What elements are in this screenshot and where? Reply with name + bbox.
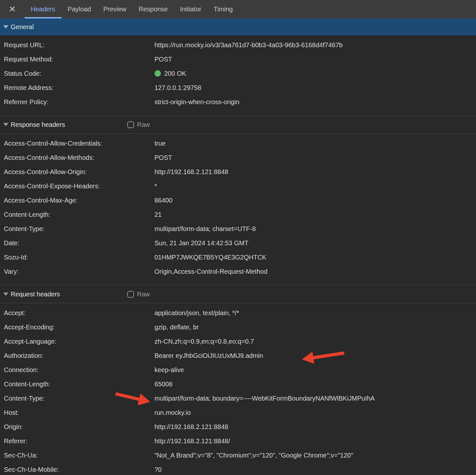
header-name: Request Method: [4, 56, 154, 63]
header-row: Request URL:https://run.mocky.io/v3/3aa7… [0, 38, 476, 52]
tab-timing[interactable]: Timing [208, 0, 239, 18]
tab-headers[interactable]: Headers [25, 0, 62, 18]
tab-preview[interactable]: Preview [97, 0, 132, 18]
header-row: Host:run.mocky.io [0, 405, 476, 420]
header-row: Access-Control-Allow-Origin:http://192.1… [0, 165, 476, 179]
header-value: https://run.mocky.io/v3/3aa761d7-b0b3-4a… [154, 41, 476, 49]
header-row: Vary:Origin,Access-Control-Request-Metho… [0, 264, 476, 279]
header-value: 21 [154, 211, 476, 218]
header-row: Referer:http://192.168.2.121:8848/ [0, 434, 476, 448]
header-row: Status Code:200 OK [0, 66, 476, 81]
raw-label: Raw [137, 121, 150, 128]
header-name: Date: [4, 239, 154, 247]
header-row: Content-Length:65008 [0, 377, 476, 391]
header-value: true [154, 140, 476, 147]
header-name: Content-Type: [4, 395, 154, 402]
devtools-tabbar: ✕ HeadersPayloadPreviewResponseInitiator… [0, 0, 476, 18]
header-value: http://192.168.2.121:8848/ [154, 437, 476, 445]
header-value: * [154, 182, 476, 190]
header-name: Referer: [4, 437, 154, 445]
request-header-rows: Accept:application/json, text/plain, */*… [0, 303, 476, 475]
header-value: 65008 [154, 381, 476, 388]
header-value: 200 OK [154, 70, 476, 77]
header-row: Sec-Ch-Ua:"Not_A Brand";v="8", "Chromium… [0, 448, 476, 462]
header-name: Referrer Policy: [4, 98, 154, 106]
raw-checkbox[interactable] [127, 291, 134, 298]
header-row: Request Method:POST [0, 52, 476, 66]
header-row: Accept-Encoding:gzip, deflate, br [0, 320, 476, 334]
section-title: Request headers [11, 291, 127, 298]
header-value: multipart/form-data; boundary=----WebKit… [154, 395, 476, 402]
section-title: Response headers [11, 121, 127, 128]
header-value: Bearer eyJhbGciOiJIUzUxMiJ9.admin [154, 352, 476, 359]
header-name: Status Code: [4, 70, 154, 77]
header-name: Accept: [4, 309, 154, 317]
header-row: Origin:http://192.168.2.121:8848 [0, 420, 476, 434]
header-row: Referrer Policy:strict-origin-when-cross… [0, 95, 476, 109]
header-name: Access-Control-Allow-Origin: [4, 168, 154, 176]
header-row: Access-Control-Allow-Methods:POST [0, 150, 476, 165]
header-value: 127.0.0.1:29758 [154, 84, 476, 92]
header-name: Accept-Language: [4, 338, 154, 345]
header-name: Access-Control-Allow-Credentials: [4, 140, 154, 147]
header-name: Content-Length: [4, 211, 154, 218]
header-value: Sun, 21 Jan 2024 14:42:53 GMT [154, 239, 476, 247]
header-name: Accept-Encoding: [4, 324, 154, 331]
raw-toggle-group: Raw [127, 121, 150, 128]
header-value: application/json, text/plain, */* [154, 309, 476, 317]
header-name: Content-Type: [4, 225, 154, 233]
status-dot-icon [154, 70, 161, 77]
raw-label: Raw [137, 291, 150, 298]
header-name: Access-Control-Max-Age: [4, 197, 154, 204]
header-name: Sec-Ch-Ua-Mobile: [4, 466, 154, 473]
header-value: "Not_A Brand";v="8", "Chromium";v="120",… [154, 452, 476, 459]
section-header-general[interactable]: General [0, 18, 476, 35]
header-row: Date:Sun, 21 Jan 2024 14:42:53 GMT [0, 236, 476, 250]
header-row: Content-Length:21 [0, 207, 476, 222]
header-name: Content-Length: [4, 381, 154, 388]
tab-response[interactable]: Response [132, 0, 174, 18]
header-value: keep-alive [154, 366, 476, 374]
header-row: Accept:application/json, text/plain, */* [0, 306, 476, 320]
header-name: Origin: [4, 423, 154, 431]
header-name: Access-Control-Expose-Headers: [4, 182, 154, 190]
chevron-down-icon [3, 293, 8, 296]
header-name: Connection: [4, 366, 154, 374]
chevron-down-icon [3, 123, 8, 126]
tab-initiator[interactable]: Initiator [174, 0, 208, 18]
header-name: Remote Address: [4, 84, 154, 92]
header-name: Sozu-Id: [4, 254, 154, 261]
header-row: Access-Control-Max-Age:86400 [0, 193, 476, 207]
header-row: Authorization:Bearer eyJhbGciOiJIUzUxMiJ… [0, 348, 476, 363]
header-value: http://192.168.2.121:8848 [154, 423, 476, 431]
header-value: ?0 [154, 466, 476, 473]
header-name: Access-Control-Allow-Methods: [4, 154, 154, 161]
section-header-response-headers[interactable]: Response headers Raw [0, 116, 476, 134]
section-header-request-headers[interactable]: Request headers Raw [0, 285, 476, 303]
header-name: Vary: [4, 268, 154, 275]
tab-payload[interactable]: Payload [62, 0, 97, 18]
header-name: Host: [4, 409, 154, 416]
close-icon[interactable]: ✕ [4, 0, 21, 18]
header-row: Remote Address:127.0.0.1:29758 [0, 81, 476, 95]
tab-strip: HeadersPayloadPreviewResponseInitiatorTi… [25, 0, 239, 18]
header-row: Access-Control-Expose-Headers:* [0, 179, 476, 193]
header-value: POST [154, 56, 476, 63]
raw-checkbox[interactable] [127, 121, 134, 128]
chevron-down-icon [3, 25, 8, 28]
header-value: POST [154, 154, 476, 161]
header-value: strict-origin-when-cross-origin [154, 98, 476, 106]
header-row: Sozu-Id:01HMP7JWKQE7B5YQ4E3G2QHTCK [0, 250, 476, 264]
header-value: 86400 [154, 197, 476, 204]
header-row: Content-Type:multipart/form-data; charse… [0, 222, 476, 236]
header-row: Access-Control-Allow-Credentials:true [0, 136, 476, 150]
header-value: http://192.168.2.121:8848 [154, 168, 476, 176]
raw-toggle-group: Raw [127, 291, 150, 298]
header-name: Request URL: [4, 41, 154, 49]
header-value: Origin,Access-Control-Request-Method [154, 268, 476, 275]
general-rows: Request URL:https://run.mocky.io/v3/3aa7… [0, 35, 476, 116]
header-name: Authorization: [4, 352, 154, 359]
section-title: General [11, 23, 34, 31]
header-value: run.mocky.io [154, 409, 476, 416]
header-value: 01HMP7JWKQE7B5YQ4E3G2QHTCK [154, 254, 476, 261]
